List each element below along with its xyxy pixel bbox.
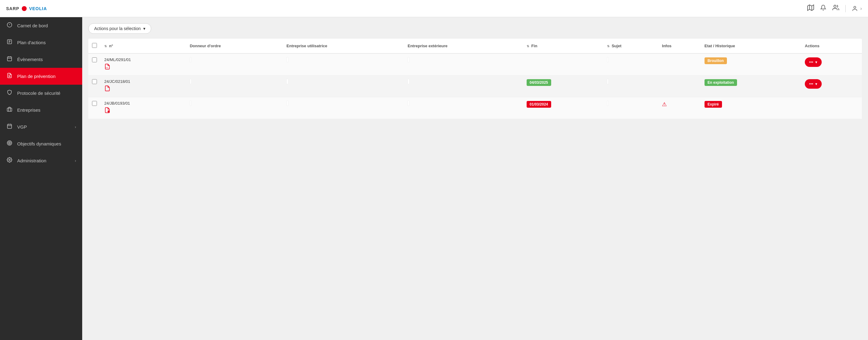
row1-donneur — [190, 57, 192, 62]
row2-sujet — [607, 79, 609, 84]
header-icons: › — [807, 4, 862, 12]
sidebar-item-protocole[interactable]: Protocole de sécurité — [0, 85, 82, 101]
row3-entreprise-ext-cell — [404, 97, 523, 119]
select-all-checkbox[interactable] — [92, 43, 97, 48]
header-etat: Etat / Historique — [701, 39, 801, 53]
row2-action-button[interactable]: ••• ▾ — [805, 79, 822, 89]
sidebar-item-label: Évènements — [17, 57, 43, 62]
objectifs-icon — [6, 140, 13, 147]
header-entreprise-ext: Entreprise extérieure — [404, 39, 523, 53]
users-icon[interactable] — [832, 4, 839, 12]
sidebar-item-label: VGP — [17, 124, 27, 129]
header-fin: ⇅ Fin — [523, 39, 603, 53]
svg-marker-0 — [808, 5, 814, 10]
svg-point-25 — [9, 143, 10, 144]
logo-sarp: SARP — [6, 6, 19, 11]
bell-icon[interactable] — [820, 5, 826, 12]
header: SARP VEOLIA › — [0, 0, 868, 17]
sidebar-item-evenements[interactable]: Évènements — [0, 51, 82, 68]
row1-action-button[interactable]: ••• ▾ — [805, 57, 822, 67]
row2-donneur — [190, 79, 192, 84]
vgp-chevron-icon: › — [75, 125, 76, 129]
sidebar-item-plan-actions[interactable]: Plan d'actions — [0, 34, 82, 51]
map-icon[interactable] — [807, 4, 814, 12]
plan-actions-icon — [6, 39, 13, 46]
row3-status-badge: Expiré — [705, 101, 722, 108]
table-container: ⇅ n° Donneur d'ordre Entreprise utilisat… — [88, 39, 862, 119]
sidebar-item-label: Objectifs dynamiques — [17, 141, 61, 146]
row1-numero: 24/ML/0291/01 — [104, 57, 183, 62]
vgp-icon — [6, 123, 13, 130]
svg-point-28 — [107, 111, 110, 113]
row2-infos-cell — [658, 75, 701, 97]
row3-numero: 24/JB/0193/01 — [104, 101, 183, 105]
row1-checkbox[interactable] — [92, 57, 97, 62]
row3-pdf-icon[interactable]: ! — [104, 109, 111, 115]
row1-infos-cell — [658, 53, 701, 75]
svg-rect-12 — [7, 57, 12, 61]
row1-fin-cell — [523, 53, 603, 75]
user-menu[interactable]: › — [852, 5, 862, 12]
row1-entreprise-ext-cell — [404, 53, 523, 75]
sidebar-item-objectifs[interactable]: Objectifs dynamiques — [0, 135, 82, 152]
layout: Carnet de bord Plan d'actions Évènements… — [0, 17, 868, 340]
header-actions: Actions — [801, 39, 862, 53]
svg-text:PDF: PDF — [105, 67, 108, 68]
row1-status-cell: Brouillon — [701, 53, 801, 75]
sidebar-item-carnet[interactable]: Carnet de bord — [0, 17, 82, 34]
sidebar-item-administration[interactable]: Administration › — [0, 152, 82, 169]
row2-checkbox-cell — [88, 75, 101, 97]
sidebar-item-label: Carnet de bord — [17, 23, 48, 28]
row2-checkbox[interactable] — [92, 79, 97, 84]
row1-status-badge: Brouillon — [705, 57, 727, 64]
header-numero: ⇅ n° — [101, 39, 186, 53]
sidebar-item-label: Entreprises — [17, 107, 40, 113]
header-infos: Infos — [658, 39, 701, 53]
row2-actions-cell: ••• ▾ — [801, 75, 862, 97]
row3-sujet — [607, 101, 609, 106]
sidebar-item-plan-prevention[interactable]: Plan de prévention — [0, 68, 82, 85]
plan-prevention-icon — [6, 73, 13, 80]
svg-text:!: ! — [108, 111, 108, 113]
svg-point-4 — [854, 6, 856, 8]
row3-infos-cell: ⚠ — [658, 97, 701, 119]
row3-numero-cell: 24/JB/0193/01 ! — [101, 97, 186, 119]
actions-selection-button[interactable]: Actions pour la sélection ▾ — [88, 23, 151, 34]
row2-entreprise-util — [286, 79, 288, 84]
row2-pdf-icon[interactable] — [104, 87, 111, 93]
actions-selection-label: Actions pour la sélection — [94, 26, 141, 31]
main-content: Actions pour la sélection ▾ ⇅ n° — [82, 17, 868, 340]
row3-donneur — [190, 101, 192, 106]
sidebar-item-vgp[interactable]: VGP › — [0, 119, 82, 135]
row3-actions-cell — [801, 97, 862, 119]
header-donneur: Donneur d'ordre — [186, 39, 283, 53]
row3-checkbox-cell — [88, 97, 101, 119]
administration-chevron-icon: › — [75, 159, 76, 163]
row1-sujet-cell — [603, 53, 658, 75]
row3-entreprise-util — [286, 101, 288, 106]
table-row: 24/ML/0291/01 PDF — [88, 53, 862, 75]
row1-pdf-icon[interactable]: PDF — [104, 65, 111, 71]
row1-numero-cell: 24/ML/0291/01 PDF — [101, 53, 186, 75]
sidebar-item-label: Plan de prévention — [17, 74, 56, 79]
logo-circle — [22, 6, 27, 11]
sidebar-item-entreprises[interactable]: Entreprises — [0, 101, 82, 119]
row3-entreprise-util-cell — [283, 97, 404, 119]
header-divider — [845, 5, 846, 12]
row1-entreprise-ext — [408, 57, 409, 62]
sidebar-item-label: Protocole de sécurité — [17, 91, 60, 96]
row2-numero-cell: 24/JC/0218/01 — [101, 75, 186, 97]
row3-checkbox[interactable] — [92, 101, 97, 106]
row1-sujet — [607, 57, 609, 62]
row3-sujet-cell — [603, 97, 658, 119]
row2-fin-badge: 04/03/2025 — [527, 79, 551, 86]
sort-icon: ⇅ — [104, 44, 107, 48]
carnet-icon — [6, 22, 13, 29]
row3-entreprise-ext — [408, 101, 409, 106]
header-sujet: ⇅ Sujet — [603, 39, 658, 53]
svg-rect-18 — [7, 108, 12, 112]
table-row: 24/JC/0218/01 — [88, 75, 862, 97]
row2-entreprise-util-cell — [283, 75, 404, 97]
sidebar-item-label: Plan d'actions — [17, 40, 46, 45]
protocole-icon — [6, 90, 13, 97]
